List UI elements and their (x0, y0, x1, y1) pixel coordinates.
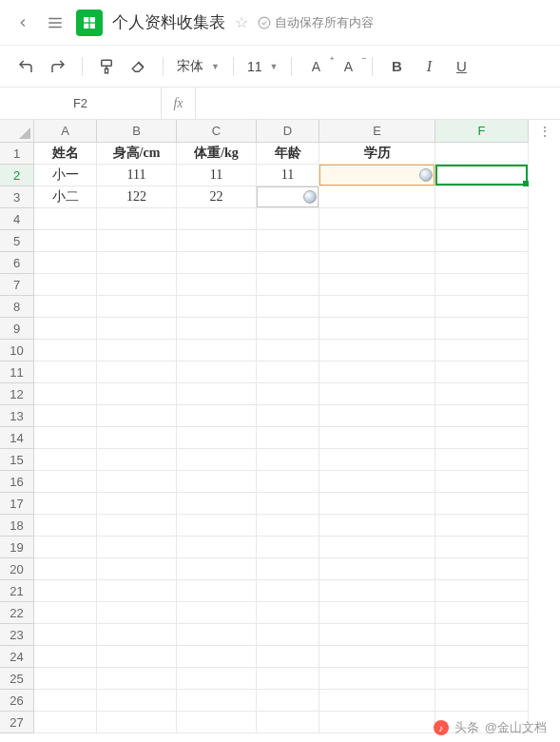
row-header-25[interactable]: 25 (0, 668, 34, 690)
cell-E22[interactable] (319, 602, 435, 624)
cell-D1[interactable]: 年龄 (257, 143, 319, 165)
cell-B1[interactable]: 身高/cm (97, 143, 177, 165)
row-header-5[interactable]: 5 (0, 230, 34, 252)
cell-A3[interactable]: 小二 (34, 186, 97, 208)
cell-B27[interactable] (97, 712, 177, 733)
cell-D27[interactable] (257, 712, 319, 733)
cell-F6[interactable] (435, 252, 529, 274)
cell-A12[interactable] (34, 383, 97, 405)
cell-B25[interactable] (97, 668, 177, 690)
column-header-F[interactable]: F (435, 120, 529, 143)
cell-A19[interactable] (34, 537, 97, 558)
cell-B10[interactable] (97, 340, 177, 361)
underline-button[interactable]: U (447, 52, 475, 81)
cell-D11[interactable] (257, 361, 319, 383)
cell-D24[interactable] (257, 646, 319, 668)
cell-A20[interactable] (34, 558, 97, 580)
cell-C13[interactable] (177, 405, 257, 427)
cell-E26[interactable] (319, 690, 435, 712)
cell-E9[interactable] (319, 318, 435, 340)
cell-A18[interactable] (34, 515, 97, 537)
increase-font-button[interactable]: A+ (301, 52, 330, 81)
cell-E7[interactable] (319, 274, 435, 296)
cell-F21[interactable] (435, 580, 529, 602)
cell-E17[interactable] (319, 493, 435, 515)
cell-F19[interactable] (435, 537, 529, 558)
cell-B21[interactable] (97, 580, 177, 602)
cell-D12[interactable] (257, 383, 319, 405)
cell-E3[interactable] (319, 186, 435, 208)
cell-E11[interactable] (319, 361, 435, 383)
cell-F9[interactable] (435, 318, 529, 340)
cell-C9[interactable] (177, 318, 257, 340)
cell-B12[interactable] (97, 383, 177, 405)
cell-A22[interactable] (34, 602, 97, 624)
cell-C26[interactable] (177, 690, 257, 712)
cell-C23[interactable] (177, 624, 257, 646)
cell-A1[interactable]: 姓名 (34, 143, 97, 165)
cell-C6[interactable] (177, 252, 257, 274)
cell-C19[interactable] (177, 537, 257, 558)
cell-F10[interactable] (435, 340, 529, 361)
cell-F5[interactable] (435, 230, 529, 252)
dropdown-icon[interactable] (303, 190, 317, 204)
cell-reference[interactable]: F2 (0, 88, 162, 119)
cell-A15[interactable] (34, 449, 97, 471)
row-header-26[interactable]: 26 (0, 690, 34, 712)
cell-C22[interactable] (177, 602, 257, 624)
cell-A17[interactable] (34, 493, 97, 515)
cell-C1[interactable]: 体重/kg (177, 143, 257, 165)
row-header-6[interactable]: 6 (0, 252, 34, 274)
menu-button[interactable] (44, 11, 67, 34)
cell-F4[interactable] (435, 208, 529, 230)
cell-B11[interactable] (97, 361, 177, 383)
cell-F3[interactable] (435, 186, 529, 208)
cell-A14[interactable] (34, 427, 97, 449)
cell-B14[interactable] (97, 427, 177, 449)
cell-E20[interactable] (319, 558, 435, 580)
cell-B3[interactable]: 122 (97, 186, 177, 208)
cell-E25[interactable] (319, 668, 435, 690)
row-header-13[interactable]: 13 (0, 405, 34, 427)
cell-C10[interactable] (177, 340, 257, 361)
cell-A5[interactable] (34, 230, 97, 252)
cell-C8[interactable] (177, 296, 257, 318)
row-header-1[interactable]: 1 (0, 143, 34, 165)
cell-E5[interactable] (319, 230, 435, 252)
cell-C24[interactable] (177, 646, 257, 668)
cell-D19[interactable] (257, 537, 319, 558)
cell-B13[interactable] (97, 405, 177, 427)
cell-E10[interactable] (319, 340, 435, 361)
cell-A27[interactable] (34, 712, 97, 733)
cell-D4[interactable] (257, 208, 319, 230)
cell-B17[interactable] (97, 493, 177, 515)
cell-A9[interactable] (34, 318, 97, 340)
row-header-27[interactable]: 27 (0, 712, 34, 733)
format-painter-button[interactable] (92, 52, 121, 81)
cell-C25[interactable] (177, 668, 257, 690)
cell-B22[interactable] (97, 602, 177, 624)
cell-B18[interactable] (97, 515, 177, 537)
row-header-24[interactable]: 24 (0, 646, 34, 668)
dropdown-icon[interactable] (419, 168, 433, 182)
cell-D21[interactable] (257, 580, 319, 602)
eraser-button[interactable] (125, 52, 153, 81)
font-size-select[interactable]: 11 ▼ (243, 52, 282, 81)
cell-D13[interactable] (257, 405, 319, 427)
cell-C4[interactable] (177, 208, 257, 230)
cell-D9[interactable] (257, 318, 319, 340)
cell-A2[interactable]: 小一 (34, 165, 97, 186)
cell-E14[interactable] (319, 427, 435, 449)
cell-C2[interactable]: 11 (177, 165, 257, 186)
cell-D25[interactable] (257, 668, 319, 690)
cell-F23[interactable] (435, 624, 529, 646)
column-header-C[interactable]: C (177, 120, 257, 143)
cell-B16[interactable] (97, 471, 177, 493)
cell-D15[interactable] (257, 449, 319, 471)
cell-B2[interactable]: 111 (97, 165, 177, 186)
cell-D10[interactable] (257, 340, 319, 361)
doc-title[interactable]: 个人资料收集表 (112, 11, 225, 33)
row-header-14[interactable]: 14 (0, 427, 34, 449)
cell-E2[interactable] (319, 165, 435, 186)
cell-D22[interactable] (257, 602, 319, 624)
